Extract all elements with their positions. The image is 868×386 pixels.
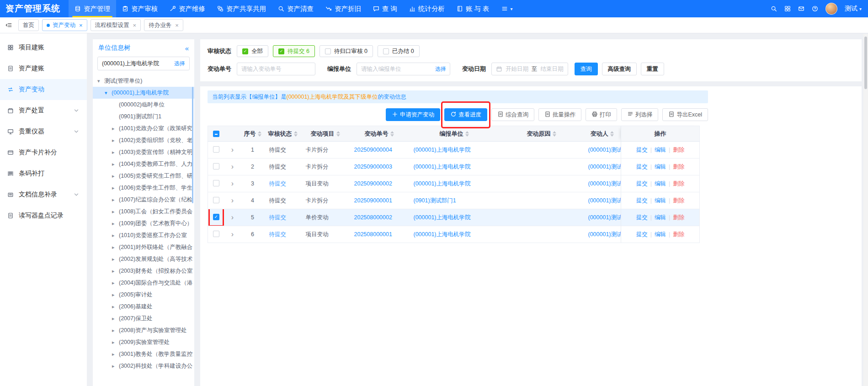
- edit-link[interactable]: 编辑: [655, 214, 666, 221]
- tree-caret-icon[interactable]: ▸: [112, 137, 119, 143]
- tree-scrollbar-thumb[interactable]: [192, 87, 193, 203]
- col-header-doc-no[interactable]: 变动单号: [350, 126, 409, 142]
- edit-link[interactable]: 编辑: [655, 164, 666, 170]
- tree-node[interactable]: ▸ (1008)工会（妇女工作委员会: [93, 206, 194, 217]
- tree-node[interactable]: ▸ (1010)党委巡察工作办公室: [93, 229, 194, 241]
- tree-node[interactable]: ▸ (1009)团委（艺术教育中心）: [93, 217, 194, 229]
- operator-link[interactable]: (000001)测试: [588, 147, 621, 153]
- search-icon[interactable]: [771, 5, 777, 12]
- tree-caret-icon[interactable]: ▸: [112, 292, 119, 298]
- table-row[interactable]: › 5 待提交 单价变动 202508000002 (000001)上海电机学院…: [208, 209, 700, 226]
- tab[interactable]: 资产变动 ×: [42, 19, 87, 31]
- submit-link[interactable]: 提交: [636, 214, 648, 221]
- tree-node[interactable]: ▸ (2009)实验室管理处: [93, 336, 194, 348]
- topnav-item[interactable]: 资产折旧: [320, 0, 367, 17]
- sort-icon[interactable]: [294, 131, 298, 137]
- select-all-checkbox[interactable]: [213, 131, 219, 137]
- doc-no-input[interactable]: [237, 63, 315, 75]
- row-checkbox[interactable]: [213, 214, 219, 220]
- doc-no-link[interactable]: 202508000002: [354, 214, 392, 221]
- sort-icon[interactable]: [390, 131, 394, 137]
- tree-caret-icon[interactable]: ▸: [112, 339, 119, 345]
- tree-node[interactable]: ▸ (2001)对外联络处（产教融合: [93, 241, 194, 253]
- sidebar-item[interactable]: 条码补打: [0, 163, 87, 184]
- col-header-status[interactable]: 审核状态: [265, 126, 301, 142]
- tree-node[interactable]: ▸ (3002)科技处（学科建设办公: [93, 360, 194, 372]
- tree-node[interactable]: ▾ (000001)上海电机学院: [93, 87, 194, 99]
- tree-node[interactable]: ▸ (2005)审计处: [93, 289, 194, 301]
- operator-link[interactable]: (000001)测试: [588, 180, 621, 187]
- col-header-reason[interactable]: 变动原因: [500, 126, 584, 142]
- user-menu[interactable]: 测试 ▾: [845, 5, 862, 13]
- sort-icon[interactable]: [465, 131, 469, 137]
- topnav-item[interactable]: 查 询: [367, 0, 403, 17]
- sidebar-item[interactable]: 贵重仪器: [0, 121, 87, 142]
- expand-row-icon[interactable]: ›: [231, 213, 234, 221]
- delete-link[interactable]: 删除: [673, 164, 684, 170]
- expand-row-icon[interactable]: ›: [231, 146, 234, 153]
- delete-link[interactable]: 删除: [673, 147, 684, 153]
- tab[interactable]: 首页: [18, 19, 39, 31]
- tree-node[interactable]: ▸ (1001)党政办公室（政策研究: [93, 122, 194, 134]
- topnav-item[interactable]: 资产共享共用: [211, 0, 272, 17]
- panel-collapse-icon[interactable]: «: [185, 44, 189, 52]
- tree-caret-icon[interactable]: ▸: [112, 197, 119, 203]
- sidebar-collapse-icon[interactable]: [5, 22, 12, 28]
- operator-link[interactable]: (000001)测试: [588, 164, 621, 170]
- tree-node[interactable]: ▸ (2006)基建处: [93, 301, 194, 312]
- submit-link[interactable]: 提交: [636, 231, 648, 238]
- table-row[interactable]: › 3 待提交 项目变动 202509000002 (000001)上海电机学院…: [208, 175, 700, 192]
- tree-node[interactable]: ▸ (2008)资产与实验室管理处: [93, 324, 194, 336]
- table-row[interactable]: › 1 待提交 卡片拆分 202509000004 (000001)上海电机学院…: [208, 142, 700, 159]
- submit-link[interactable]: 提交: [636, 147, 648, 153]
- unit-link[interactable]: (000001)上海电机学院: [414, 164, 471, 170]
- tree-node[interactable]: ▸ (2004)国际合作与交流处（港: [93, 277, 194, 289]
- tree-node[interactable]: ▸ (1004)党委教师工作部、人力: [93, 158, 194, 170]
- submit-link[interactable]: 提交: [636, 164, 648, 170]
- unit-link[interactable]: (000001)上海电机学院: [414, 147, 471, 153]
- tab[interactable]: 流程模型设置 ×: [91, 19, 141, 31]
- toolbar-button[interactable]: 导出Excel: [662, 108, 708, 121]
- tree-caret-icon[interactable]: ▸: [112, 351, 119, 357]
- doc-no-link[interactable]: 202509000004: [354, 147, 392, 153]
- row-checkbox[interactable]: [213, 197, 219, 203]
- status-filter-button[interactable]: 待归口审核 0: [320, 45, 373, 57]
- delete-link[interactable]: 删除: [673, 231, 684, 238]
- tree-caret-icon[interactable]: ▸: [112, 149, 119, 155]
- advanced-search-button[interactable]: 高级查询: [602, 63, 637, 75]
- topnav-item[interactable]: 资产维修: [164, 0, 211, 17]
- topnav-item[interactable]: 资产审核: [116, 0, 164, 17]
- tree-select-link[interactable]: 选择: [174, 60, 185, 68]
- tree-node[interactable]: (000002)临时单位: [93, 99, 194, 111]
- page-scrollbar[interactable]: [863, 34, 868, 386]
- col-header-unit[interactable]: 编报单位: [409, 126, 500, 142]
- doc-no-link[interactable]: 202508000001: [354, 231, 392, 238]
- submit-link[interactable]: 提交: [636, 197, 648, 204]
- tree-node[interactable]: ▾ 测试(管理单位): [93, 75, 194, 87]
- topnav-item[interactable]: 账 与 表: [451, 0, 495, 17]
- sidebar-item[interactable]: 资产建账: [0, 58, 87, 79]
- submit-link[interactable]: 提交: [636, 180, 648, 187]
- tree-caret-icon[interactable]: ▸: [112, 244, 119, 250]
- doc-no-link[interactable]: 202509000002: [354, 180, 392, 187]
- tree-node[interactable]: ▸ (1002)党委组织部（党校、老: [93, 134, 194, 146]
- topnav-item[interactable]: 资产清查: [272, 0, 320, 17]
- col-header-seq[interactable]: 序号: [241, 126, 265, 142]
- doc-no-link[interactable]: 202509000003: [354, 164, 392, 170]
- edit-link[interactable]: 编辑: [655, 197, 666, 204]
- tree-caret-icon[interactable]: ▸: [112, 256, 119, 262]
- tree-caret-icon[interactable]: ▸: [112, 280, 119, 286]
- page-scrollbar-thumb[interactable]: [864, 37, 867, 89]
- tree-caret-icon[interactable]: ▸: [112, 304, 119, 310]
- delete-link[interactable]: 删除: [673, 197, 684, 204]
- tab-close-icon[interactable]: ×: [175, 22, 179, 29]
- sort-icon[interactable]: [336, 131, 340, 137]
- sidebar-item[interactable]: 文档信息补录: [0, 184, 87, 205]
- tree-node[interactable]: ▸ (2002)发展规划处（高等技术: [93, 253, 194, 265]
- toolbar-button[interactable]: 综合查询: [491, 108, 534, 121]
- apps-grid-icon[interactable]: [784, 5, 791, 12]
- unit-link[interactable]: (000001)上海电机学院: [414, 214, 471, 221]
- col-header-operator[interactable]: 变动人: [584, 126, 621, 142]
- tree-caret-icon[interactable]: ▸: [112, 363, 119, 369]
- tree-caret-icon[interactable]: ▸: [112, 233, 119, 238]
